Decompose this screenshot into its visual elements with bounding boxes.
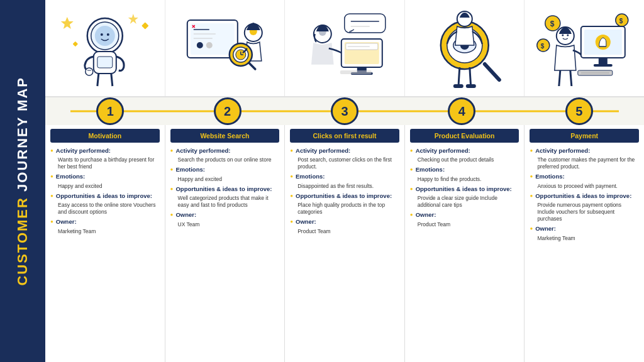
svg-point-70: [567, 34, 569, 36]
step-circles-row: 1 2 3 4 5: [52, 97, 638, 125]
opps-label-5: Opportunities & ideas to improve:: [530, 192, 639, 199]
emotions-text-1: Happy and excited: [50, 183, 160, 190]
svg-point-11: [86, 68, 93, 75]
activity-text-5: The customer makes the payment for the p…: [530, 156, 639, 170]
svg-rect-13: [190, 23, 234, 55]
svg-line-52: [485, 64, 499, 80]
journey-row: 1 2 3 4 5: [45, 97, 644, 125]
column-4: Product Evaluation Activity performed: C…: [405, 125, 525, 362]
owner-text-5: Marketing Team: [530, 235, 639, 242]
opps-label-3: Opportunities & ideas to improve:: [290, 192, 399, 199]
emotions-text-3: Disappointed as the first results.: [290, 183, 399, 190]
owner-label-5: Owner:: [530, 225, 639, 232]
step-circle-2: 2: [214, 97, 242, 125]
owner-text-1: Marketing Team: [50, 228, 160, 235]
emotions-text-4: Happy to find the products.: [410, 176, 519, 183]
owner-label-2: Owner:: [170, 211, 280, 218]
svg-rect-55: [466, 84, 476, 88]
activity-text-3: Post search, customer clicks on the firs…: [290, 156, 399, 170]
illustration-4: [405, 0, 525, 96]
step-circle-4: 4: [448, 97, 475, 125]
illustration-1: [45, 0, 165, 96]
step-circle-5: 5: [565, 97, 593, 125]
activity-text-4: Checking out the product details: [410, 156, 519, 163]
activity-label-5: Activity performed:: [530, 147, 639, 154]
activity-label-2: Activity performed:: [170, 147, 280, 154]
svg-line-25: [248, 63, 255, 69]
opps-text-2: Well categorized products that make it e…: [170, 195, 280, 209]
column-5: Payment Activity performed: The customer…: [525, 125, 644, 362]
svg-text:$: $: [619, 18, 623, 25]
svg-rect-29: [345, 14, 386, 33]
opps-label-4: Opportunities & ideas to improve:: [410, 185, 519, 192]
emotions-label-3: Emotions:: [290, 173, 399, 180]
emotions-label-1: Emotions:: [50, 173, 160, 180]
emotions-text-5: Anxious to proceed with payment.: [530, 183, 639, 190]
col-header-5: Payment: [530, 129, 639, 143]
illustration-5: $ $ $: [525, 0, 644, 96]
svg-point-69: [562, 34, 564, 36]
step-circle-1: 1: [96, 97, 124, 125]
svg-point-8: [107, 33, 109, 36]
svg-marker-0: [61, 17, 74, 29]
illustrations-row: $ $ $: [45, 0, 644, 97]
svg-text:$: $: [541, 43, 545, 50]
opps-text-4: Provide a clear size guide Include addit…: [410, 195, 519, 209]
svg-rect-3: [73, 41, 78, 46]
svg-rect-64: [599, 58, 608, 64]
owner-text-4: Product Team: [410, 221, 519, 228]
col-header-2: Website Search: [170, 129, 280, 143]
sidebar: CUSTOMER JOURNEY MAP: [0, 0, 45, 362]
svg-point-7: [101, 33, 103, 36]
emotions-label-5: Emotions:: [530, 173, 639, 180]
col-header-3: Clicks on first result: [290, 129, 399, 143]
owner-text-3: Product Team: [290, 228, 399, 235]
column-3: Clicks on first result Activity performe…: [285, 125, 405, 362]
svg-rect-65: [594, 64, 613, 67]
owner-label-4: Owner:: [410, 211, 519, 218]
owner-label-1: Owner:: [50, 218, 160, 225]
svg-marker-1: [128, 14, 138, 24]
opps-text-5: Provide numerous payment options Include…: [530, 202, 639, 222]
step-circle-3: 3: [331, 97, 358, 125]
owner-label-3: Owner:: [290, 218, 399, 225]
svg-point-18: [206, 42, 212, 48]
opps-text-3: Place high quality products in the top c…: [290, 202, 399, 216]
sidebar-title: CUSTOMER JOURNEY MAP: [15, 77, 30, 286]
activity-label-1: Activity performed:: [50, 147, 160, 154]
svg-rect-54: [453, 84, 464, 88]
col-header-1: Motivation: [50, 129, 160, 143]
activity-label-3: Activity performed:: [290, 147, 399, 154]
activity-text-2: Search the products on our online store: [170, 156, 280, 163]
main-content: $ $ $: [45, 0, 644, 362]
owner-text-2: UX Team: [170, 221, 280, 228]
column-2: Website Search Activity performed: Searc…: [165, 125, 286, 362]
emotions-label-4: Emotions:: [410, 166, 519, 173]
svg-rect-2: [142, 22, 148, 29]
svg-point-17: [196, 42, 203, 48]
illustration-2: [165, 0, 286, 96]
svg-text:$: $: [550, 19, 555, 28]
emotions-text-2: Happy and excited: [170, 176, 280, 183]
activity-text-1: Wants to purchase a birthday present for…: [50, 156, 160, 170]
activity-label-4: Activity performed:: [410, 147, 519, 154]
col-header-4: Product Evaluation: [410, 129, 519, 143]
opps-label-1: Opportunities & ideas to improve:: [50, 192, 160, 199]
opps-label-2: Opportunities & ideas to improve:: [170, 185, 280, 192]
svg-point-6: [95, 26, 115, 46]
svg-rect-41: [340, 70, 372, 74]
opps-text-1: Easy access to the online store Vouchers…: [50, 202, 160, 216]
emotions-label-2: Emotions:: [170, 166, 280, 173]
svg-rect-10: [97, 57, 113, 68]
column-1: Motivation Activity performed: Wants to …: [45, 125, 165, 362]
columns-row: Motivation Activity performed: Wants to …: [45, 125, 644, 362]
illustration-3: [285, 0, 405, 96]
